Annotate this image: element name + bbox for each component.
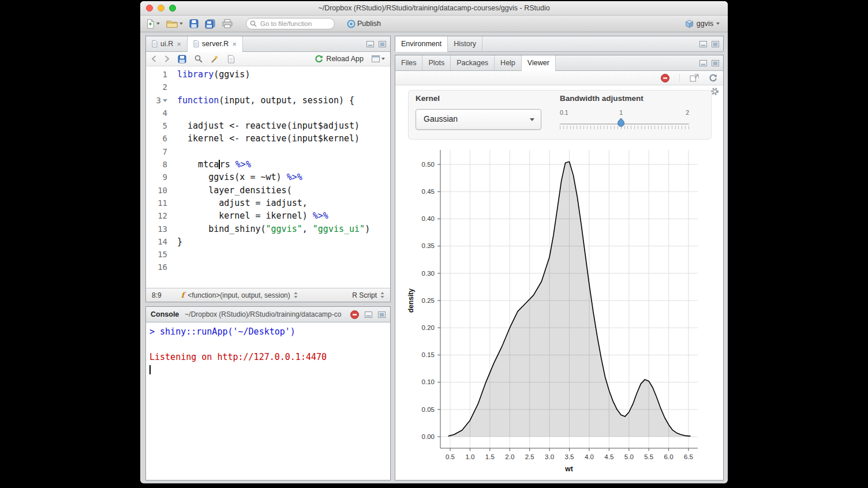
code-token: adjust = iadjust, [177,198,308,208]
scope-selector[interactable]: <function>(input, output, session) [188,291,290,299]
code-token: function [177,95,219,106]
tab-help[interactable]: Help [495,55,522,70]
console-cursor [149,365,151,374]
fold-icon[interactable] [163,99,167,102]
minimize-icon[interactable] [699,60,707,66]
goto-file-input[interactable] [259,19,332,28]
viewer-pane: FilesPlotsPackagesHelpViewer Kernel Gaus… [395,55,724,481]
code-token: , [302,224,313,234]
code-text: } [173,235,182,248]
gear-icon[interactable] [710,87,719,96]
console-title[interactable]: Console [151,310,179,318]
maximize-icon[interactable] [712,60,719,66]
code-token: layer_densities( [177,185,292,196]
console-pane: Console ~/Dropbox (RStudio)/RStudio/trai… [145,306,391,481]
code-line: 1library(ggvis) [146,68,390,81]
code-tools-icon[interactable] [211,55,219,63]
forward-icon[interactable] [164,55,170,62]
line-number: 7 [146,145,173,158]
line-number: 8 [146,158,173,171]
source-tab-bar: ui.R×server.R× [146,36,390,52]
tab-packages[interactable]: Packages [451,55,495,70]
code-token: iadjust <- reactive(input [177,121,318,131]
save-icon[interactable] [178,55,186,63]
kernel-select[interactable]: Gaussian [416,109,541,130]
code-editor[interactable]: 1library(ggvis)23function(input, output,… [146,66,390,288]
code-text [173,145,177,158]
console-output[interactable]: > shiny::runApp('~/Desktop') Listening o… [146,322,390,480]
cursor-position: 8:9 [152,291,162,299]
svg-text:0.00: 0.00 [422,433,435,440]
minimize-icon[interactable] [365,311,372,318]
goto-file-search[interactable] [246,18,335,29]
kernel-label: Kernel [416,94,440,103]
tab-viewer[interactable]: Viewer [522,55,556,70]
code-token: $adjust [318,121,354,131]
function-icon: f [181,291,185,299]
tab-environment[interactable]: Environment [395,36,448,51]
tab-label: server.R [202,40,229,48]
close-icon[interactable]: × [177,40,181,48]
environment-tab-bar: EnvironmentHistory [395,36,723,52]
new-file-button[interactable] [146,19,160,29]
svg-text:0.05: 0.05 [422,406,435,413]
code-line: 11 adjust = iadjust, [146,197,390,209]
bandwidth-slider[interactable]: 0.1 1 2 [560,108,689,137]
goto-icon [250,20,257,27]
maximize-icon[interactable] [378,311,386,318]
line-number: 15 [146,248,173,261]
publish-button[interactable]: Publish [347,20,381,28]
code-text: ggvis(x = ~wt) %>% [173,171,302,183]
console-line: Listening on http://127.0.0.1:4470 [149,351,390,363]
stop-icon[interactable] [661,74,669,82]
project-icon [685,20,694,28]
find-icon[interactable] [194,55,203,63]
slider-handle[interactable] [617,118,625,127]
new-window-icon[interactable] [690,74,699,82]
open-file-button[interactable] [166,20,183,28]
tab-plots[interactable]: Plots [422,55,451,70]
code-token: (ggvis) [214,69,250,80]
close-icon[interactable]: × [232,40,237,48]
back-icon[interactable] [151,55,156,62]
line-number: 1 [146,68,173,81]
code-text: adjust = iadjust, [173,197,308,209]
tab-server-r[interactable]: server.R× [188,36,243,51]
publish-label: Publish [357,20,381,28]
save-icon[interactable] [189,19,199,28]
source-pane: ui.R×server.R× Reload App 1lib [145,36,391,302]
file-type-selector[interactable]: R Script [352,291,377,299]
code-token: (input, output, session) { [219,95,354,106]
stop-icon[interactable] [350,310,359,319]
reload-app-button[interactable]: Reload App [315,55,364,63]
code-line: 14} [146,235,390,248]
tab-label: ui.R [160,40,173,48]
svg-text:5.0: 5.0 [624,453,634,460]
svg-text:0.30: 0.30 [422,270,435,277]
code-text: function(input, output, session) { [173,94,354,107]
tab-ui-r[interactable]: ui.R× [146,36,188,51]
editor-status-bar: 8:9 f <function>(input, output, session)… [146,288,390,302]
minimize-icon[interactable] [366,41,374,47]
file-icon [152,40,158,47]
code-line: 10 layer_densities( [146,184,390,197]
project-menu[interactable]: ggvis [685,20,722,28]
tab-history[interactable]: History [448,36,482,51]
compile-icon[interactable] [227,55,235,63]
code-text: library(ggvis) [173,68,250,81]
code-line: 9 ggvis(x = ~wt) %>% [146,171,390,183]
maximize-icon[interactable] [379,41,386,47]
app-run-menu[interactable] [372,55,385,62]
file-icon [193,40,199,47]
refresh-icon[interactable] [709,74,717,82]
svg-text:0.40: 0.40 [422,215,435,222]
tab-files[interactable]: Files [395,55,422,70]
minimize-icon[interactable] [699,41,707,47]
save-all-icon[interactable] [205,19,216,29]
code-text: mtcars %>% [173,158,251,171]
console-header: Console ~/Dropbox (RStudio)/RStudio/trai… [146,307,390,322]
project-label: ggvis [697,20,713,28]
print-icon[interactable] [222,19,233,28]
maximize-icon[interactable] [712,41,719,47]
tab-label: History [454,40,476,48]
